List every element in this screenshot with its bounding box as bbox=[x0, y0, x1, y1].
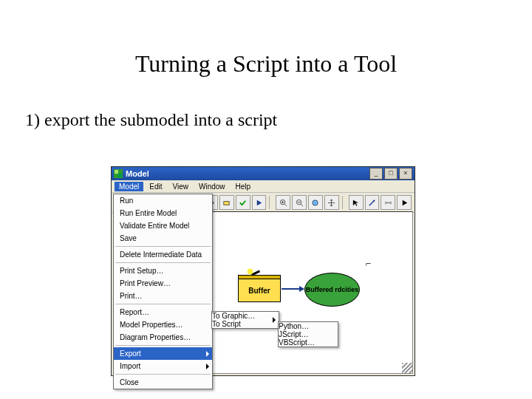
play-icon[interactable] bbox=[397, 195, 412, 210]
add-tool-icon[interactable] bbox=[219, 195, 234, 210]
svg-rect-1 bbox=[115, 170, 118, 174]
menu-print-preview[interactable]: Print Preview… bbox=[114, 277, 212, 290]
titlebar: Model _ □ × bbox=[112, 167, 415, 180]
svg-rect-10 bbox=[224, 201, 229, 205]
menu-window[interactable]: Window bbox=[194, 182, 230, 191]
menu-view[interactable]: View bbox=[168, 182, 193, 191]
menu-to-script[interactable]: To Script bbox=[212, 320, 279, 328]
output-node[interactable]: Buffered rdcities bbox=[304, 273, 360, 307]
tool-box-buffer[interactable]: Buffer bbox=[238, 279, 281, 302]
full-extent-icon[interactable] bbox=[308, 195, 323, 210]
selection-cursor-icon: ⌐ bbox=[366, 258, 371, 270]
pan-icon[interactable] bbox=[324, 195, 339, 210]
menu-validate[interactable]: Validate Entire Model bbox=[114, 219, 212, 232]
svg-marker-15 bbox=[353, 200, 358, 205]
submenu-arrow-icon bbox=[206, 364, 209, 369]
close-button[interactable]: × bbox=[399, 168, 412, 180]
zoom-out-icon[interactable] bbox=[292, 195, 307, 210]
connector-arrow bbox=[282, 288, 304, 290]
menu-python[interactable]: Python… bbox=[279, 322, 338, 330]
menu-model-props[interactable]: Model Properties… bbox=[114, 318, 212, 331]
menu-model[interactable]: Model bbox=[115, 182, 143, 191]
svg-marker-11 bbox=[257, 200, 262, 205]
app-icon bbox=[114, 169, 123, 178]
svg-rect-2 bbox=[118, 174, 122, 177]
window-title: Model bbox=[126, 169, 369, 178]
svg-rect-17 bbox=[385, 201, 387, 204]
slide-title: Turning a Script into a Tool bbox=[0, 50, 532, 78]
menu-jscript[interactable]: JScript… bbox=[279, 330, 338, 338]
svg-marker-19 bbox=[402, 200, 406, 205]
slide-bullet-1: 1) export the submodel into a script bbox=[25, 110, 532, 130]
menu-run[interactable]: Run bbox=[114, 194, 212, 207]
svg-rect-18 bbox=[389, 201, 392, 204]
zoom-in-icon[interactable] bbox=[276, 195, 290, 210]
menu-run-entire[interactable]: Run Entire Model bbox=[114, 207, 212, 219]
menu-help[interactable]: Help bbox=[231, 182, 256, 191]
menu-edit[interactable]: Edit bbox=[145, 182, 166, 191]
resize-grip-icon[interactable] bbox=[402, 363, 412, 373]
menu-separator bbox=[115, 374, 211, 375]
menu-export[interactable]: Export bbox=[114, 347, 212, 360]
menu-vbscript[interactable]: VBScript… bbox=[279, 338, 338, 347]
menu-separator bbox=[115, 246, 211, 247]
connect-icon[interactable] bbox=[365, 195, 380, 210]
menu-print[interactable]: Print… bbox=[114, 290, 212, 302]
menu-to-graphic[interactable]: To Graphic… bbox=[212, 312, 279, 320]
tool-wand-icon bbox=[249, 270, 262, 279]
run-icon[interactable] bbox=[252, 195, 267, 210]
model-menu-dropdown: Run Run Entire Model Validate Entire Mod… bbox=[113, 194, 213, 389]
menu-separator bbox=[115, 304, 211, 304]
svg-point-14 bbox=[313, 200, 318, 205]
submenu-arrow-icon bbox=[273, 317, 276, 323]
export-submenu: To Graphic… To Script bbox=[211, 311, 279, 329]
menu-separator bbox=[115, 345, 211, 346]
validate-icon[interactable] bbox=[236, 195, 250, 210]
maximize-button[interactable]: □ bbox=[384, 168, 398, 180]
submenu-arrow-icon bbox=[206, 351, 209, 357]
menubar: Model Edit View Window Help bbox=[112, 180, 415, 193]
menu-close[interactable]: Close bbox=[114, 376, 212, 389]
minimize-button[interactable]: _ bbox=[369, 168, 383, 180]
layout-icon[interactable] bbox=[381, 195, 395, 210]
menu-delete-intermediate[interactable]: Delete Intermediate Data bbox=[114, 248, 212, 261]
script-lang-submenu: Python… JScript… VBScript… bbox=[278, 321, 338, 347]
menu-diagram-props[interactable]: Diagram Properties… bbox=[114, 331, 212, 344]
model-builder-window: Model _ □ × Model Edit View Window Help bbox=[111, 166, 415, 376]
menu-print-setup[interactable]: Print Setup… bbox=[114, 265, 212, 277]
menu-report[interactable]: Report… bbox=[114, 306, 212, 318]
menu-import[interactable]: Import bbox=[114, 360, 212, 372]
select-icon[interactable] bbox=[349, 195, 364, 210]
menu-save[interactable]: Save bbox=[114, 232, 212, 245]
menu-separator bbox=[115, 262, 211, 263]
